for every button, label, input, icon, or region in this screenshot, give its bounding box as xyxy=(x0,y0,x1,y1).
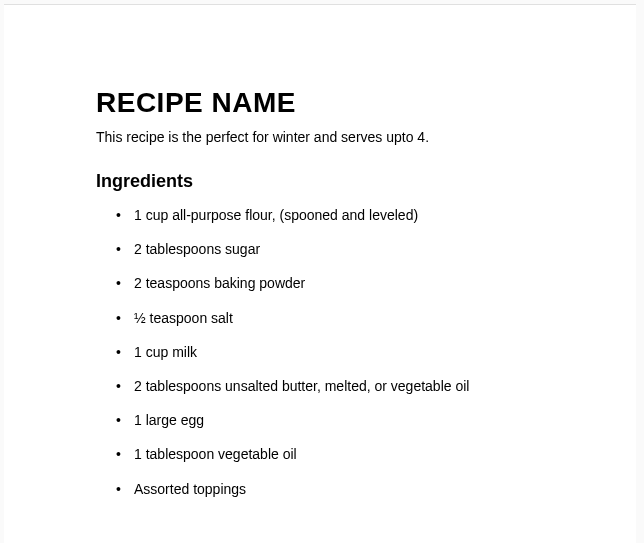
recipe-title: RECIPE NAME xyxy=(96,87,544,119)
document-page: RECIPE NAME This recipe is the perfect f… xyxy=(4,4,636,543)
list-item: 2 tablespoons sugar xyxy=(134,240,544,258)
list-item: Assorted toppings xyxy=(134,480,544,498)
ingredients-list: 1 cup all-purpose flour, (spooned and le… xyxy=(96,206,544,498)
recipe-subtitle: This recipe is the perfect for winter an… xyxy=(96,129,544,145)
ingredients-heading: Ingredients xyxy=(96,171,544,192)
list-item: ½ teaspoon salt xyxy=(134,309,544,327)
list-item: 1 tablespoon vegetable oil xyxy=(134,445,544,463)
list-item: 1 large egg xyxy=(134,411,544,429)
list-item: 2 teaspoons baking powder xyxy=(134,274,544,292)
list-item: 2 tablespoons unsalted butter, melted, o… xyxy=(134,377,544,395)
list-item: 1 cup milk xyxy=(134,343,544,361)
list-item: 1 cup all-purpose flour, (spooned and le… xyxy=(134,206,544,224)
